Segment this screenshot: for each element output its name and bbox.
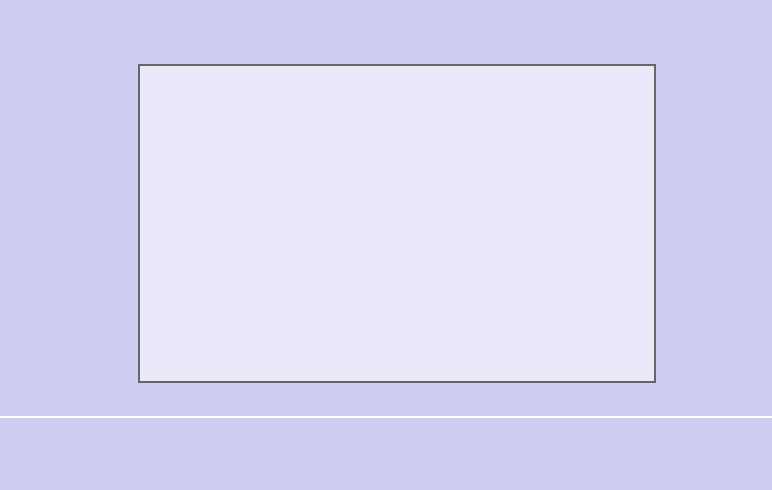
weather-chart [140, 66, 654, 381]
chart-plot-area [138, 64, 656, 383]
weather-app-window [0, 0, 772, 490]
stats-table [0, 416, 772, 490]
